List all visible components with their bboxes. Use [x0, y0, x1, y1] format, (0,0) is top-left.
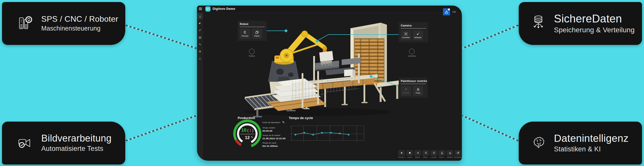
info-row: Ordre de fabrication ✎ — [262, 121, 298, 125]
card-subtitle: Speicherung & Verteilung — [554, 26, 635, 34]
production-gauge: 10 ( 1 ) 12✎ — [233, 120, 261, 148]
info-row: Temps de cycle 0m 0s 000ms — [262, 142, 298, 147]
good-count: 10 — [241, 127, 247, 133]
plc-sync-icon — [17, 16, 35, 31]
sidebar-item-tags[interactable]: ✐ — [197, 27, 203, 33]
alarm-badge — [448, 9, 450, 10]
edit-pencil-icon[interactable]: ✎ — [282, 121, 285, 124]
camera-controler-button[interactable]: Contrôler — [401, 30, 411, 40]
cycle-chart-line — [292, 126, 365, 141]
sidebar-item-settings[interactable]: ⚙ — [197, 49, 203, 54]
play-icon — [400, 151, 403, 154]
home-icon — [449, 151, 452, 154]
app-window: Digiinov Demo AN ⌂ ☛ ✐ ▤ ✎ ⚙ ⚠ — [197, 6, 462, 161]
stop-icon — [408, 151, 411, 154]
divider — [240, 134, 254, 134]
cycle-chart-title: Temps de cycle — [289, 116, 313, 120]
camera-nettoyer-button[interactable]: Nettoyer — [413, 30, 423, 40]
reinitialiser-button[interactable]: ↺ Réinitialiser — [455, 150, 461, 158]
app-titlebar: Digiinov Demo — [197, 6, 462, 12]
connector-top-left — [126, 25, 197, 48]
feature-card-data-intelligence: Datenintelligenz Statistiken & KI — [519, 122, 642, 164]
bulb-icon — [432, 151, 435, 155]
language-selector[interactable]: AN — [452, 11, 456, 13]
notebook-icon: ▤ — [199, 36, 201, 39]
camera-panel: Caméra Contrôler Nettoyer — [399, 22, 428, 42]
pen-tag-icon: ✐ — [199, 29, 201, 32]
bulb-icon — [424, 151, 427, 155]
digiinov-logo — [205, 6, 211, 12]
sidebar-item-home[interactable]: ⌂ — [197, 13, 203, 19]
etapes-button[interactable]: Etapes — [414, 150, 421, 158]
app-sidebar: ⌂ ☛ ✐ ▤ ✎ ⚙ ⚠ — [197, 12, 203, 161]
gripper-icon — [243, 31, 247, 34]
feature-card-machine-control: SPS / CNC / Roboter Maschinensteuerung — [2, 2, 125, 45]
hero-graphic: SPS / CNC / Roboter Maschinensteuerung S… — [0, 0, 644, 166]
lock-icon — [416, 88, 420, 91]
connector-top-right — [462, 25, 518, 48]
machine-lights-button[interactable]: Machi... — [422, 150, 429, 158]
sidebar-item-alerts[interactable]: ⚠ — [197, 56, 203, 62]
hamburger-menu-icon[interactable] — [199, 8, 202, 10]
palletizer-panel-title: Palettiseur rentrée — [401, 79, 426, 82]
card-subtitle: Maschinensteuerung — [41, 25, 118, 32]
hand-pointer-icon: ☛ — [199, 22, 201, 25]
app-title: Digiinov Demo — [213, 7, 235, 11]
edit-pencil-icon[interactable]: ✎ — [251, 136, 253, 139]
connector-bottom-right — [462, 116, 518, 141]
database-distribute-icon — [529, 15, 547, 32]
sidebar-item-tools[interactable]: ✎ — [197, 42, 203, 47]
card-title: SPS / CNC / Roboter — [41, 15, 118, 23]
broom-icon — [416, 32, 420, 36]
palletizer-porte-button[interactable]: Porte — [413, 86, 423, 96]
camera-scan-icon — [404, 32, 408, 36]
palletizer-suivant-button[interactable]: ↺ Suivant — [401, 86, 411, 96]
robot-prendre-button[interactable]: Prendre — [240, 29, 250, 39]
portes-button[interactable]: Portes... — [438, 150, 445, 158]
home-icon: ⌂ — [199, 15, 201, 18]
production-title: Production — [238, 116, 255, 120]
demarrer-button[interactable]: Démarrer — [398, 150, 405, 158]
cycle-chart — [291, 126, 364, 141]
camera-panel-title: Caméra — [401, 24, 426, 27]
unlock-icon — [440, 151, 444, 155]
camera-marker: Caméra — [404, 49, 420, 57]
camera-marker-circle[interactable] — [409, 49, 415, 54]
robot-placer-button[interactable]: Placer — [252, 29, 262, 39]
sidebar-item-logs[interactable]: ▤ — [197, 35, 203, 40]
card-title: SichereDaten — [554, 13, 635, 24]
palletizer-panel: Palettiseur rentrée ↺ Suivant Porte — [399, 78, 428, 98]
redo-icon: ↺ — [405, 88, 407, 91]
gear-icon: ⚙ — [199, 50, 201, 53]
pencil-tool-icon: ✎ — [199, 43, 201, 46]
card-title: Bildverarbeitung — [41, 133, 111, 144]
feature-card-image-processing: Bildverarbeitung Automatisierte Tests — [2, 122, 125, 164]
lumiere-button[interactable]: Lumière — [430, 150, 437, 158]
bottom-toolbar: Démarrer Arrêter Etapes Machi... Lumière… — [398, 150, 461, 158]
card-title: Datenintelligenz — [554, 133, 629, 144]
reset-icon: ↺ — [457, 151, 459, 154]
connector-bottom-left — [126, 116, 197, 141]
robot-marker: Robot — [244, 49, 260, 57]
divider — [240, 27, 265, 27]
target-count: 12✎ — [245, 135, 250, 140]
robot-panel: Robot Prendre Placer — [238, 21, 267, 41]
card-subtitle: Automatisierte Tests — [41, 145, 111, 153]
warning-icon: ⚠ — [199, 57, 201, 60]
sidebar-item-manual[interactable]: ☛ — [197, 20, 203, 26]
brain-icon — [529, 135, 547, 151]
initialiser-button[interactable]: Initialiser — [447, 150, 453, 158]
feature-card-secure-data: SichereDaten Speicherung & Verteilung — [519, 2, 642, 45]
arreter-button[interactable]: Arrêter — [406, 150, 413, 158]
step-forward-icon — [416, 151, 419, 154]
alarm-button[interactable] — [443, 8, 450, 15]
robot-marker-circle[interactable] — [249, 49, 255, 54]
divider — [401, 28, 426, 29]
divider — [401, 84, 426, 84]
place-copy-icon — [255, 31, 259, 34]
robot-panel-title: Robot — [240, 22, 265, 25]
video-camera-check-icon — [17, 136, 35, 150]
reject-count: 1 — [249, 128, 251, 132]
card-subtitle: Statistiken & KI — [554, 145, 629, 153]
